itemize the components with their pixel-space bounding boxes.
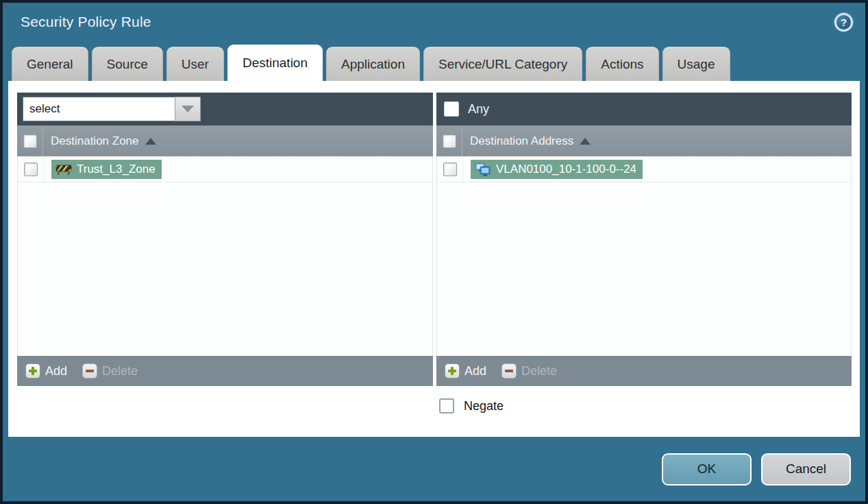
chevron-down-icon [182,106,194,112]
add-address-button[interactable]: Add [445,363,486,379]
tab-strip: General Source User Destination Applicat… [3,41,865,81]
destination-address-panel: Any Destination Address [436,93,852,386]
zone-icon [55,163,72,176]
address-object-tag[interactable]: VLAN0100_10-1-100-0--24 [471,160,643,179]
add-icon [445,363,460,379]
tab-destination[interactable]: Destination [227,45,323,81]
table-row[interactable]: Trust_L3_Zone [18,156,432,182]
column-header-text: Destination Zone [51,134,139,148]
tab-general[interactable]: General [12,47,88,81]
add-icon [25,363,40,379]
dialog-title: Security Policy Rule [21,14,834,30]
address-panel-toolbar: Any [436,93,852,125]
zone-column-header: Destination Zone [17,125,433,156]
address-panel-footer: Add Delete [436,356,852,386]
tab-label: User [182,57,209,72]
tab-source[interactable]: Source [92,47,163,81]
zone-list: Trust_L3_Zone [17,156,433,356]
destination-zone-panel: select Destination Zone [17,93,433,386]
add-label: Add [464,364,486,379]
zone-select-input[interactable]: select [23,97,175,121]
destination-tab-content: select Destination Zone [8,81,860,437]
delete-label: Delete [102,364,138,379]
sort-ascending-icon [580,138,591,145]
tab-label: Destination [243,56,308,71]
tab-label: Actions [601,57,643,72]
tab-application[interactable]: Application [326,47,420,81]
tab-label: Service/URL Category [438,57,567,72]
row-checkbox-cell [18,156,44,182]
negate-row: Negate [439,398,852,413]
security-policy-rule-dialog: Security Policy Rule ? General Source Us… [0,0,868,504]
delete-label: Delete [521,364,557,379]
tab-actions[interactable]: Actions [586,47,658,81]
delete-icon [501,363,517,379]
ok-button[interactable]: OK [662,453,752,485]
address-name: VLAN0100_10-1-100-0--24 [496,163,636,176]
tab-label: Source [107,57,148,72]
title-bar: Security Policy Rule ? [3,3,865,41]
add-zone-button[interactable]: Add [25,363,67,379]
zone-panel-toolbar: select [17,93,433,125]
delete-zone-button[interactable]: Delete [82,363,138,379]
tab-label: Application [341,57,405,72]
any-row: Any [442,101,489,117]
dialog-footer: OK Cancel [3,437,865,501]
help-glyph: ? [841,16,847,28]
zone-select-all-cell [17,125,43,156]
zone-select-dropdown-button[interactable] [175,97,201,121]
zone-name: Trust_L3_Zone [77,163,156,176]
delete-icon [82,363,97,379]
zone-column-header-label[interactable]: Destination Zone [51,134,156,148]
cancel-label: Cancel [786,461,826,477]
row-checkbox[interactable] [443,163,457,176]
cancel-button[interactable]: Cancel [761,453,851,485]
address-column-header: Destination Address [436,125,852,156]
tab-user[interactable]: User [166,47,224,81]
add-label: Add [45,364,67,379]
delete-address-button[interactable]: Delete [501,363,557,379]
any-checkbox[interactable] [444,101,459,117]
zone-select-value: select [29,102,60,116]
help-icon[interactable]: ? [834,13,853,32]
row-checkbox-cell [437,156,463,182]
tab-label: Usage [678,57,715,72]
table-row[interactable]: VLAN0100_10-1-100-0--24 [437,156,851,182]
zone-select-all-checkbox[interactable] [23,134,37,148]
row-checkbox[interactable] [24,163,38,176]
column-header-text: Destination Address [470,134,573,148]
address-list: VLAN0100_10-1-100-0--24 [436,156,852,356]
sort-ascending-icon [145,138,156,145]
negate-label: Negate [464,399,504,413]
tab-usage[interactable]: Usage [662,47,730,81]
zone-select-combo[interactable]: select [23,97,201,121]
any-label: Any [468,102,489,117]
tab-service-url-category[interactable]: Service/URL Category [423,47,582,81]
ok-label: OK [697,461,716,477]
address-icon [475,163,491,176]
address-select-all-checkbox[interactable] [443,134,456,148]
negate-checkbox[interactable] [439,398,454,413]
address-select-all-cell [436,125,462,156]
zone-panel-footer: Add Delete [17,356,433,386]
tab-label: General [27,57,73,72]
zone-object-tag[interactable]: Trust_L3_Zone [51,160,162,179]
address-column-header-label[interactable]: Destination Address [470,134,591,148]
